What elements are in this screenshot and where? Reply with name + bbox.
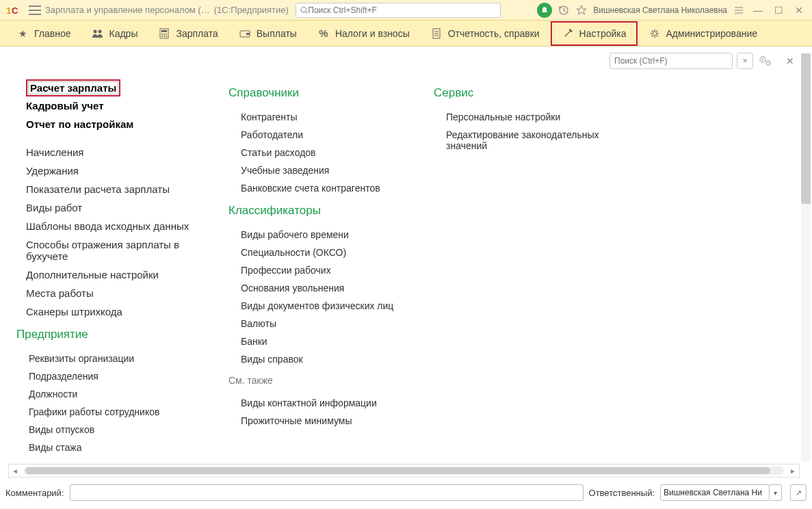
comment-label: Комментарий: [5, 488, 64, 498]
username: Вишневская Светлана Николаевна [593, 5, 727, 15]
link-item[interactable]: Сканеры штрихкода [26, 302, 216, 321]
tab-reports[interactable]: Отчетность, справки [421, 21, 549, 46]
link-item[interactable]: Виды отпусков [16, 421, 216, 439]
link-item[interactable]: Должности [16, 385, 216, 403]
svg-point-17 [166, 36, 167, 37]
svg-point-9 [98, 29, 101, 33]
link-item[interactable]: Виды контактной информации [228, 394, 421, 412]
scroll-right-button[interactable]: ► [787, 465, 799, 477]
svg-text:1: 1 [6, 5, 11, 16]
section-enterprise: Предприятие [16, 328, 216, 341]
tab-settings[interactable]: Настройка [551, 21, 638, 46]
link-item[interactable]: Места работы [26, 284, 216, 302]
link-item[interactable]: Банковские счета контрагентов [228, 179, 421, 197]
scroll-thumb[interactable] [25, 467, 770, 474]
svg-point-16 [163, 36, 165, 37]
svg-point-8 [93, 29, 96, 33]
link-item[interactable]: Шаблоны ввода исходных данных [26, 217, 216, 235]
link-item[interactable]: Виды работ [26, 198, 216, 217]
tab-personnel[interactable]: Кадры [82, 21, 148, 46]
section-directories: Справочники [228, 86, 421, 100]
content-area: Расчет зарплаты Кадровый учет Отчет по н… [0, 73, 812, 456]
responsible-dropdown-button[interactable]: ▾ [770, 484, 782, 501]
app-logo: 1С [5, 4, 25, 16]
tab-admin[interactable]: Администрирование [639, 21, 768, 46]
percent-icon: % [317, 27, 330, 40]
global-search-input[interactable] [308, 5, 495, 15]
link-item[interactable]: Работодатели [228, 126, 421, 144]
tab-salary[interactable]: Зарплата [148, 21, 227, 46]
link-item[interactable]: Банки [228, 332, 421, 350]
maximize-button[interactable]: ☐ [771, 3, 786, 18]
svg-point-2 [301, 7, 306, 12]
link-item[interactable]: Прожиточные минимумы [228, 412, 421, 430]
link-item[interactable]: Профессии рабочих [228, 261, 421, 279]
link-item[interactable]: Виды документов физических лиц [228, 297, 421, 315]
link-item[interactable]: Контрагенты [228, 108, 421, 126]
link-salary-calc[interactable]: Расчет зарплаты [26, 79, 120, 96]
column-2: Справочники Контрагенты Работодатели Ста… [228, 79, 434, 456]
link-item[interactable]: Способы отражения зарплаты в бухучете [26, 235, 216, 265]
history-icon[interactable] [558, 4, 570, 16]
tab-taxes[interactable]: % Налоги и взносы [308, 21, 419, 46]
panel-toolbar: × ✕ [0, 47, 812, 73]
scrollbar-thumb[interactable] [801, 53, 811, 204]
panel-search[interactable] [610, 53, 733, 69]
panel-clear-button[interactable]: × [737, 53, 753, 69]
link-item[interactable]: Удержания [26, 161, 216, 180]
column-3: Сервис Персональные настройки Редактиров… [434, 79, 639, 456]
star-icon[interactable] [575, 4, 588, 16]
tab-label: Налоги и взносы [335, 28, 410, 39]
panel-icon[interactable] [733, 4, 745, 16]
link-item[interactable]: Реквизиты организации [16, 350, 216, 367]
link-settings-report[interactable]: Отчет по настройкам [26, 115, 216, 133]
notifications-icon[interactable] [537, 3, 552, 18]
link-item[interactable]: Статьи расходов [228, 144, 421, 161]
comment-input[interactable] [70, 484, 584, 501]
minimize-button[interactable]: — [750, 3, 765, 18]
link-personnel-records[interactable]: Кадровый учет [26, 96, 216, 115]
link-item[interactable]: Виды стажа [16, 439, 216, 456]
link-item[interactable]: Показатели расчета зарплаты [26, 180, 216, 198]
horizontal-scroll: ◄ ► [8, 464, 800, 478]
app-title: Зарплата и управление персоналом (… [45, 5, 210, 15]
global-search[interactable] [296, 3, 501, 18]
svg-point-24 [653, 31, 657, 36]
link-item[interactable]: Виды справок [228, 350, 421, 368]
gear-icon [649, 27, 661, 40]
close-button[interactable]: ✕ [791, 3, 807, 18]
link-item[interactable]: Основания увольнения [228, 279, 421, 297]
document-icon [430, 27, 443, 40]
hamburger-icon[interactable] [29, 4, 41, 16]
scroll-left-button[interactable]: ◄ [9, 465, 21, 477]
svg-text:С: С [12, 5, 18, 16]
scroll-track[interactable] [24, 467, 784, 475]
section-service: Сервис [434, 86, 627, 100]
svg-rect-11 [161, 30, 167, 32]
tab-label: Кадры [109, 28, 138, 39]
tab-label: Настройка [579, 28, 627, 39]
link-item[interactable]: Виды рабочего времени [228, 226, 421, 244]
link-item[interactable]: Графики работы сотрудников [16, 403, 216, 421]
link-item[interactable]: Специальности (ОКСО) [228, 244, 421, 261]
svg-line-3 [305, 11, 307, 13]
svg-point-14 [166, 34, 167, 35]
link-item[interactable]: Дополнительные настройки [26, 265, 216, 284]
responsible-select[interactable]: Вишневская Светлана Ни [660, 484, 770, 501]
column-1: Расчет зарплаты Кадровый учет Отчет по н… [16, 79, 228, 456]
link-item[interactable]: Валюты [228, 315, 421, 332]
link-item[interactable]: Учебные заведения [228, 161, 421, 179]
link-item[interactable]: Подразделения [16, 367, 216, 385]
link-item[interactable]: Персональные настройки [434, 108, 627, 126]
panel-gear-icon[interactable] [757, 53, 774, 69]
search-icon [300, 6, 309, 14]
responsible-open-button[interactable]: ↗ [790, 484, 807, 501]
panel-close-button[interactable]: ✕ [782, 53, 798, 69]
tab-label: Отчетность, справки [448, 28, 540, 39]
vertical-scrollbar[interactable] [801, 53, 811, 461]
link-item[interactable]: Редактирование законодательных значений [434, 126, 627, 155]
tab-main[interactable]: ★ Главное [7, 21, 81, 46]
tab-payments[interactable]: Выплаты [229, 21, 306, 46]
panel-search-input[interactable] [614, 56, 728, 66]
link-item[interactable]: Начисления [26, 143, 216, 161]
